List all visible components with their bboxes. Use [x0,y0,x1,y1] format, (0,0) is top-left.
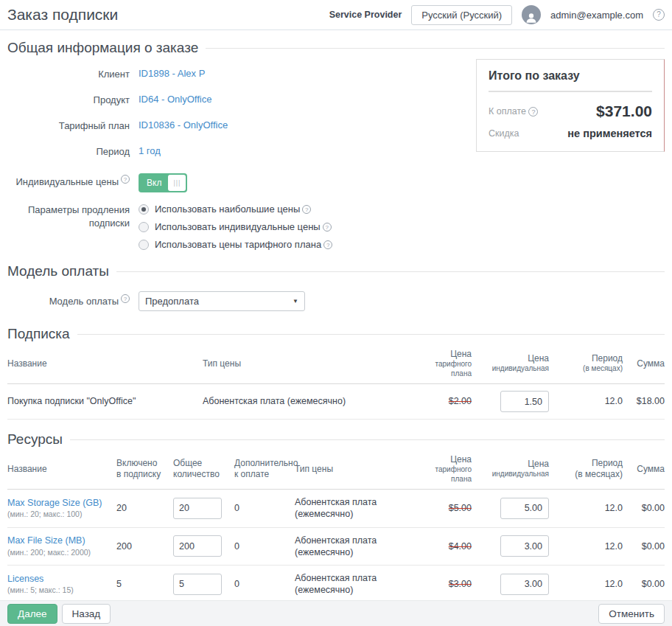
price-input[interactable] [500,535,549,557]
sum-value: $0.00 [623,540,665,552]
resource-name-link[interactable]: Max Storage Size (GB) [7,498,102,508]
cancel-button[interactable]: Отменить [598,604,665,624]
price-type: Абонентская плата (ежемесячно) [295,572,431,597]
section-rule [116,271,665,272]
col-sum: Сумма [623,358,665,369]
col-plan-price: Ценатарифного плана [424,349,472,378]
toggle-on-label: Вкл [140,178,168,188]
resource-name-link[interactable]: Max File Size (MB) [7,535,85,546]
help-icon[interactable]: ? [528,107,538,116]
user-avatar-icon [522,5,541,24]
subscription-period: 12.0 [549,395,623,407]
plan-link[interactable]: ID10836 - OnlyOffice [139,118,228,131]
resource-limits: (мин.: 200; макс.: 2000) [7,548,116,558]
period-link[interactable]: 1 год [139,144,161,156]
plan-price-struck: $2.00 [449,396,472,406]
product-link[interactable]: ID64 - OnlyOffice [139,92,211,105]
help-icon[interactable]: ? [121,175,130,184]
price-type: Абонентская плата (ежемесячно) [295,496,431,521]
plan-label: Тарифный план [7,118,139,133]
individual-prices-row: Индивидуальные цены? Вкл ||| [7,173,665,192]
language-selector[interactable]: Русский (Русский) [411,5,512,25]
price-type: Абонентская плата (ежемесячно) [295,535,431,559]
subscription-price-input[interactable] [500,391,549,412]
help-icon[interactable]: ? [653,9,665,21]
page-header: Заказ подписки Service Provider Русский … [0,0,672,30]
resource-name-link[interactable]: Licenses [7,574,43,584]
radio-unchecked-icon[interactable] [139,240,149,250]
col-extra: Дополнительнок оплате [234,458,295,480]
subscription-price-type: Абонентская плата (ежемесячно) [203,395,424,407]
resource-row: Max Storage Size (GB)(мин.: 20; макс.: 1… [7,490,665,528]
included-value: 20 [116,502,173,514]
included-value: 5 [116,578,173,590]
payment-model-selected: Предоплата [145,296,199,307]
resources-table-header: Название Включенов подписку Общееколичес… [7,448,665,490]
client-link[interactable]: ID1898 - Alex P [139,66,205,79]
discount-value: не применяется [567,128,652,139]
discount-label: Скидка [489,128,519,139]
payment-model-row: Модель оплаты? Предоплата ▼ [7,291,665,311]
payment-model-label: Модель оплаты? [7,294,139,308]
product-label: Продукт [7,92,139,107]
extra-value: 0 [234,540,295,552]
payment-section-head: Модель оплаты [7,263,665,279]
plan-price-struck: $3.00 [449,579,472,589]
quantity-input[interactable] [173,498,222,519]
back-button[interactable]: Назад [62,604,111,624]
subscription-sum: $18.00 [623,395,665,407]
renewal-options-row: Параметры продления подписки Использоват… [7,202,665,250]
col-individual-price: Ценаиндивидуальная [472,459,549,479]
price-input[interactable] [500,574,549,595]
help-icon[interactable]: ? [302,205,311,214]
period-value: 12.0 [549,540,623,552]
payable-value: $371.00 [596,102,652,120]
renewal-radio-group: Использовать наибольшие цены ? Использов… [139,202,332,250]
col-period: Период(в месяцах) [549,353,623,374]
payment-model-select[interactable]: Предоплата ▼ [139,291,305,311]
renewal-option-highest[interactable]: Использовать наибольшие цены ? [139,204,332,215]
subscription-name: Покупка подписки "OnlyOffice" [7,395,203,407]
resources-section-title: Ресурсы [7,431,63,448]
renewal-option-plan[interactable]: Использовать цены тарифного плана ? [139,239,332,250]
header-right: Service Provider Русский (Русский) admin… [329,5,665,25]
col-name: Название [7,358,203,369]
sum-value: $0.00 [623,578,665,590]
col-individual-price: Ценаиндивидуальная [472,353,549,374]
next-button[interactable]: Далее [7,604,57,624]
footer-bar: Далее Назад Отменить [0,600,672,626]
payment-model-section: Модель оплаты Модель оплаты? Предоплата … [7,263,665,311]
individual-prices-toggle[interactable]: Вкл ||| [139,173,187,192]
subscription-section-head: Подписка [7,326,665,342]
radio-checked-icon[interactable] [139,204,149,215]
period-label: Период [7,144,139,159]
section-rule [206,48,665,49]
period-value: 12.0 [549,578,623,590]
extra-value: 0 [234,578,295,590]
quantity-input[interactable] [173,574,222,595]
col-name: Название [7,464,116,475]
client-label: Клиент [7,66,139,81]
col-price-type: Тип цены [295,464,431,475]
help-icon[interactable]: ? [323,240,332,249]
resource-limits: (мин.: 20; макс.: 100) [7,510,116,520]
quantity-input[interactable] [173,535,222,557]
general-section-head: Общая информация о заказе [7,40,665,56]
user-email[interactable]: admin@example.com [550,10,643,21]
col-price-type: Тип цены [203,358,424,369]
individual-prices-label: Индивидуальные цены? [7,173,139,189]
renewal-option-individual[interactable]: Использовать индивидуальные цены ? [139,221,332,232]
help-icon[interactable]: ? [323,223,332,232]
radio-unchecked-icon[interactable] [139,222,149,232]
extra-value: 0 [234,502,295,514]
page-title: Заказ подписки [7,6,118,24]
chevron-down-icon: ▼ [293,298,298,305]
plan-price-struck: $5.00 [449,503,472,513]
sum-value: $0.00 [623,502,665,514]
payable-label: К оплате ? [489,106,538,116]
section-rule [70,439,665,440]
help-icon[interactable]: ? [121,294,130,303]
resources-section: Ресурсы Название Включенов подписку Обще… [7,431,665,626]
subscription-section: Подписка Название Тип цены Ценатарифного… [7,326,665,420]
price-input[interactable] [500,498,549,519]
